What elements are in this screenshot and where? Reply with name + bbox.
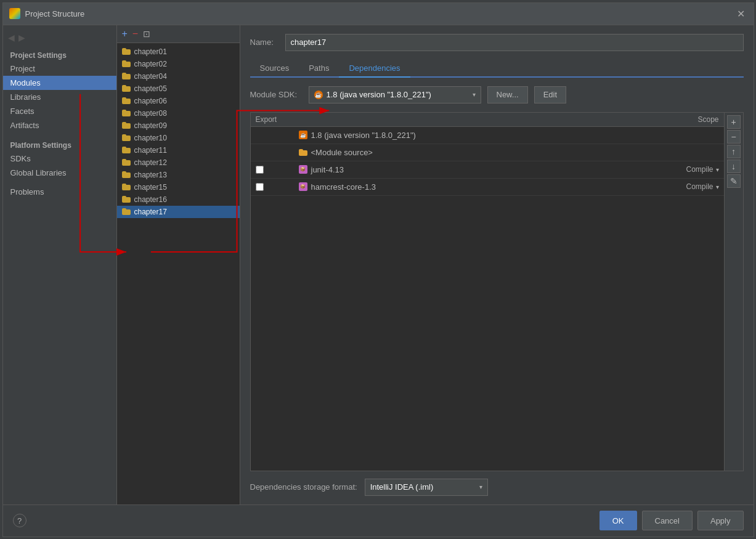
module-item[interactable]: chapter08 — [117, 107, 240, 120]
folder-icon — [122, 73, 131, 79]
module-item[interactable]: chapter12 — [117, 156, 240, 169]
folder-icon — [122, 60, 131, 67]
sdk-dropdown-arrow: ▾ — [473, 91, 476, 98]
module-item[interactable]: chapter01 — [117, 46, 240, 58]
tab-sources[interactable]: Sources — [250, 60, 299, 78]
hamcrest-jar-icon: 📦 — [299, 182, 307, 191]
module-source-folder-icon — [299, 149, 307, 156]
storage-value: IntelliJ IDEA (.iml) — [370, 482, 434, 492]
module-name-input[interactable] — [285, 34, 744, 51]
sidebar-item-project[interactable]: Project — [3, 62, 116, 76]
project-structure-dialog: Project Structure ✕ ◀ ▶ Project Settings… — [2, 2, 754, 537]
junit-scope-dropdown[interactable]: ▾ — [716, 166, 719, 173]
dependencies-wrapper: Export Scope ☕ 1.8 (java version "1.8.0_… — [250, 112, 744, 471]
title-bar: Project Structure ✕ — [3, 3, 754, 25]
folder-icon — [122, 110, 131, 116]
dep-name-junit: 📦 junit-4.13 — [299, 165, 657, 174]
apply-button[interactable]: Apply — [697, 511, 744, 530]
dep-row-hamcrest: 📦 hamcrest-core-1.3 Compile ▾ — [251, 179, 724, 196]
jdk-icon: ☕ — [299, 131, 307, 139]
module-item[interactable]: chapter04 — [117, 70, 240, 83]
junit-export-checkbox[interactable] — [256, 166, 264, 174]
back-arrow[interactable]: ◀ — [8, 33, 15, 43]
sidebar-item-sdks[interactable]: SDKs — [3, 152, 116, 166]
hamcrest-scope-label: Compile — [686, 182, 713, 191]
dep-scope-hamcrest[interactable]: Compile ▾ — [657, 182, 719, 191]
sidebar-item-libraries[interactable]: Libraries — [3, 90, 116, 104]
storage-select[interactable]: IntelliJ IDEA (.iml) ▾ — [365, 479, 488, 496]
sidebar-item-modules[interactable]: Modules — [3, 76, 116, 90]
folder-icon — [122, 134, 131, 141]
close-button[interactable]: ✕ — [735, 7, 747, 20]
dep-scope-junit[interactable]: Compile ▾ — [657, 165, 719, 174]
sdk-label: Module SDK: — [250, 90, 303, 99]
forward-arrow[interactable]: ▶ — [18, 33, 25, 43]
folder-icon — [122, 171, 131, 178]
hamcrest-scope-dropdown[interactable]: ▾ — [716, 184, 719, 190]
module-item[interactable]: chapter09 — [117, 120, 240, 132]
module-item[interactable]: chapter11 — [117, 144, 240, 156]
module-item[interactable]: chapter15 — [117, 181, 240, 193]
sdk-select-text: ☕ 1.8 (java version "1.8.0_221") — [314, 90, 431, 99]
cancel-button[interactable]: Cancel — [642, 511, 693, 530]
module-list-toolbar: + − ⊡ — [117, 25, 240, 43]
main-content: ◀ ▶ Project Settings Project Modules Lib… — [3, 25, 754, 505]
name-row: Name: — [250, 34, 744, 51]
module-item[interactable]: chapter06 — [117, 95, 240, 107]
deps-header: Export Scope — [251, 113, 724, 127]
bottom-bar: ? OK Cancel Apply — [3, 505, 754, 537]
help-button[interactable]: ? — [13, 514, 26, 527]
move-up-button[interactable]: ↑ — [727, 145, 741, 158]
deps-header-name — [299, 115, 657, 124]
remove-dep-button[interactable]: − — [727, 130, 741, 144]
dep-row-jdk: ☕ 1.8 (java version "1.8.0_221") — [251, 127, 724, 144]
tab-paths[interactable]: Paths — [299, 60, 339, 78]
deps-side-buttons: + − ↑ ↓ ✎ — [724, 113, 743, 471]
module-item-active[interactable]: chapter17 — [117, 206, 240, 218]
edit-sdk-button[interactable]: Edit — [534, 86, 566, 103]
module-item[interactable]: chapter10 — [117, 132, 240, 144]
app-icon — [9, 8, 20, 19]
dep-row-module-source: <Module source> — [251, 144, 724, 161]
dep-name-jdk: ☕ 1.8 (java version "1.8.0_221") — [299, 131, 657, 140]
edit-dep-button[interactable]: ✎ — [727, 174, 741, 188]
hamcrest-export-checkbox[interactable] — [256, 183, 264, 191]
add-module-button[interactable]: + — [122, 29, 128, 39]
remove-module-button[interactable]: − — [132, 29, 138, 39]
new-sdk-button[interactable]: New... — [487, 86, 528, 103]
dep-checkbox-junit[interactable] — [256, 166, 299, 174]
module-item[interactable]: chapter13 — [117, 169, 240, 181]
sdk-select[interactable]: ☕ 1.8 (java version "1.8.0_221") ▾ — [309, 86, 481, 103]
sidebar-item-artifacts[interactable]: Artifacts — [3, 118, 116, 132]
ok-button[interactable]: OK — [600, 511, 637, 530]
add-dep-button[interactable]: + — [727, 115, 741, 129]
module-items: chapter01 chapter02 chapter04 chapter05 … — [117, 43, 240, 505]
sdk-value: 1.8 (java version "1.8.0_221") — [327, 90, 431, 99]
platform-settings-header: Platform Settings — [3, 137, 116, 152]
deps-header-scope: Scope — [657, 115, 719, 124]
junit-jar-icon: 📦 — [299, 165, 307, 174]
dep-name-module-source: <Module source> — [299, 148, 657, 157]
deps-body: ☕ 1.8 (java version "1.8.0_221") <Module… — [251, 127, 724, 471]
dep-checkbox-hamcrest[interactable] — [256, 183, 299, 191]
dep-label-junit: junit-4.13 — [311, 165, 344, 174]
copy-module-button[interactable]: ⊡ — [143, 30, 150, 38]
right-panel: Name: Sources Paths Dependencies Module … — [240, 25, 754, 505]
nav-arrows: ◀ ▶ — [3, 30, 116, 47]
deps-header-export: Export — [256, 115, 299, 124]
module-list: + − ⊡ chapter01 chapter02 chapter04 chap… — [117, 25, 240, 505]
project-settings-header: Project Settings — [3, 47, 116, 62]
sidebar-item-problems[interactable]: Problems — [3, 185, 116, 199]
move-down-button[interactable]: ↓ — [727, 160, 741, 173]
module-item[interactable]: chapter02 — [117, 58, 240, 70]
folder-icon — [122, 208, 131, 215]
sidebar-item-facets[interactable]: Facets — [3, 104, 116, 118]
dep-name-hamcrest: 📦 hamcrest-core-1.3 — [299, 182, 657, 192]
sidebar-item-global-libraries[interactable]: Global Libraries — [3, 166, 116, 180]
folder-icon — [122, 184, 131, 190]
tab-dependencies[interactable]: Dependencies — [339, 60, 410, 78]
module-item[interactable]: chapter05 — [117, 83, 240, 95]
folder-icon — [122, 97, 131, 104]
folder-icon — [122, 159, 131, 166]
module-item[interactable]: chapter16 — [117, 193, 240, 206]
